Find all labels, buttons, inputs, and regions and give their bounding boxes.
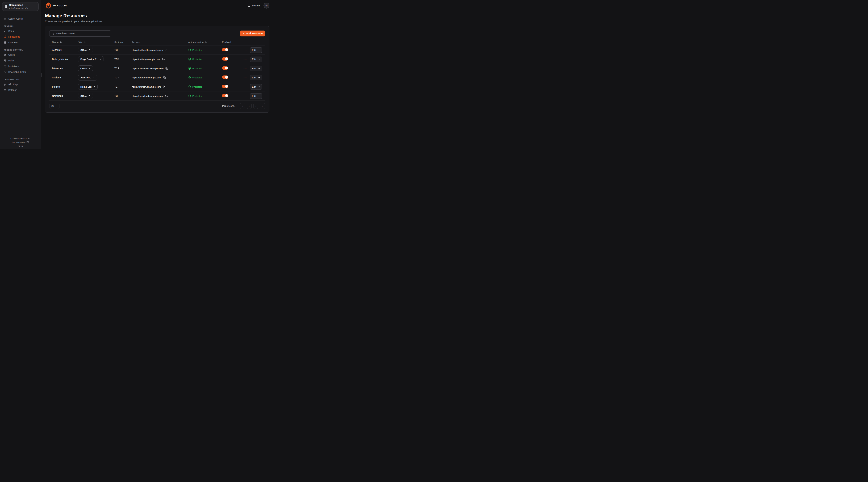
table-row: Grafana AWS VPC TCP https://grafana.exam… (49, 73, 265, 82)
site-name: Office (81, 95, 87, 97)
arrow-up-right-icon (89, 49, 91, 51)
sidebar-item-settings[interactable]: Settings (2, 87, 38, 93)
sidebar-item-users[interactable]: Users (2, 52, 38, 58)
shield-check-icon (188, 76, 191, 79)
resource-name: Bitwarden (52, 67, 78, 70)
column-header-name[interactable]: Name (52, 41, 78, 44)
site-link-button[interactable]: Edge Device 01 (78, 56, 103, 62)
brand-name: PANGOLIN (53, 4, 67, 7)
edit-button[interactable]: Edit (250, 66, 262, 71)
access-url: https://authentik.example.com (132, 49, 163, 51)
user-icon (4, 54, 6, 56)
edit-button[interactable]: Edit (250, 47, 262, 53)
edit-button[interactable]: Edit (250, 57, 262, 62)
protocol-value: TCP (115, 95, 132, 97)
site-link-button[interactable]: Office (78, 47, 93, 53)
table-row: Immich Home Lab TCP https://immich.examp… (49, 82, 265, 91)
resources-card: Add Resource Name Site Protoco (45, 26, 270, 113)
org-label: Organization (9, 4, 23, 6)
row-menu-button[interactable]: ⋯ (244, 49, 247, 52)
row-menu-button[interactable]: ⋯ (244, 58, 247, 61)
access-url: https://grafana.example.com (132, 76, 161, 79)
sidebar-item-shareable-links[interactable]: Shareable Links (2, 69, 38, 75)
chevron-right-icon: › (255, 105, 256, 107)
resource-name: Grafana (52, 76, 78, 79)
sites-icon (4, 30, 6, 32)
arrow-right-icon (258, 67, 260, 70)
arrow-up-right-icon (93, 76, 95, 78)
sidebar-item-sites[interactable]: Sites (2, 28, 38, 34)
copy-icon[interactable] (163, 86, 165, 88)
server-icon (4, 18, 6, 20)
search-box[interactable] (49, 30, 111, 37)
copy-icon[interactable] (165, 95, 168, 97)
column-header-authentication[interactable]: Authentication (188, 41, 222, 44)
column-header-access: Access (132, 41, 188, 44)
theme-toggle[interactable]: System (248, 4, 260, 7)
resource-name: Battery Monitor (52, 58, 78, 61)
edit-button[interactable]: Edit (250, 75, 262, 80)
shield-check-icon (188, 67, 191, 70)
app-version: v1.7.0 (18, 145, 23, 147)
site-link-button[interactable]: Office (78, 65, 93, 71)
row-menu-button[interactable]: ⋯ (244, 67, 247, 70)
next-page-button[interactable]: › (253, 103, 258, 109)
row-menu-button[interactable]: ⋯ (244, 85, 247, 88)
sidebar-item-resources[interactable]: Resources (2, 34, 38, 39)
sort-icon (205, 41, 207, 43)
auth-status: Protected (188, 58, 222, 61)
site-link-button[interactable]: AWS VPC (78, 75, 97, 81)
add-resource-button[interactable]: Add Resource (240, 31, 265, 36)
sidebar-item-invitations[interactable]: Invitations (2, 63, 38, 69)
sidebar-item-roles[interactable]: Roles (2, 58, 38, 63)
last-page-button[interactable]: » (260, 103, 265, 109)
enabled-toggle[interactable] (222, 94, 228, 97)
auth-status: Protected (188, 76, 222, 79)
copy-icon[interactable] (165, 67, 168, 70)
sort-icon (84, 41, 86, 43)
sidebar-item-domains[interactable]: Domains (2, 39, 38, 45)
pagination: 20 Page 1 of 1 « ‹ › » (49, 103, 265, 109)
resources-table: Name Site Protocol Access (49, 39, 265, 101)
page-title: Manage Resources (45, 13, 270, 19)
enabled-toggle[interactable] (222, 85, 228, 88)
arrow-up-right-icon (99, 58, 101, 60)
avatar[interactable]: M (264, 3, 270, 8)
copy-icon[interactable] (163, 76, 166, 79)
row-menu-button[interactable]: ⋯ (244, 95, 247, 97)
community-edition-link[interactable]: Community Edition (10, 137, 30, 139)
enabled-toggle[interactable] (222, 66, 228, 70)
site-link-button[interactable]: Office (78, 93, 93, 99)
enabled-toggle[interactable] (222, 57, 228, 61)
edit-button[interactable]: Edit (250, 84, 262, 90)
documentation-link[interactable]: Documentation (12, 141, 29, 143)
copy-icon[interactable] (162, 58, 165, 61)
brand: PANGOLIN (45, 2, 67, 9)
table-row: Bitwarden Office TCP https://bitwarden.e… (49, 64, 265, 73)
enabled-toggle[interactable] (222, 75, 228, 79)
moon-icon (248, 4, 250, 7)
sidebar-item-server-admin[interactable]: Server Admin (2, 16, 38, 22)
resource-name: Nextcloud (52, 95, 78, 97)
edit-button[interactable]: Edit (250, 93, 262, 99)
section-title-organization: ORGANIZATION (4, 78, 37, 81)
access-url: https://battery.example.com (132, 58, 160, 61)
column-header-site[interactable]: Site (78, 41, 115, 44)
auth-status: Protected (188, 49, 222, 51)
search-input[interactable] (56, 32, 109, 35)
protocol-value: TCP (115, 85, 132, 88)
access-url: https://nextcloud.example.com (132, 95, 163, 97)
site-link-button[interactable]: Home Lab (78, 84, 98, 90)
globe-icon (4, 41, 6, 44)
protocol-value: TCP (115, 49, 132, 51)
sidebar-item-api-keys[interactable]: API Keys (2, 82, 38, 87)
first-page-button[interactable]: « (240, 103, 245, 109)
page-size-select[interactable]: 20 (49, 103, 60, 109)
copy-icon[interactable] (165, 49, 167, 51)
row-menu-button[interactable]: ⋯ (244, 76, 247, 79)
previous-page-button[interactable]: ‹ (247, 103, 252, 109)
org-selector[interactable]: Organization milo@fossorial.io's ... (2, 2, 38, 11)
auth-status: Protected (188, 67, 222, 70)
enabled-toggle[interactable] (222, 48, 228, 51)
mail-check-icon (4, 65, 6, 68)
